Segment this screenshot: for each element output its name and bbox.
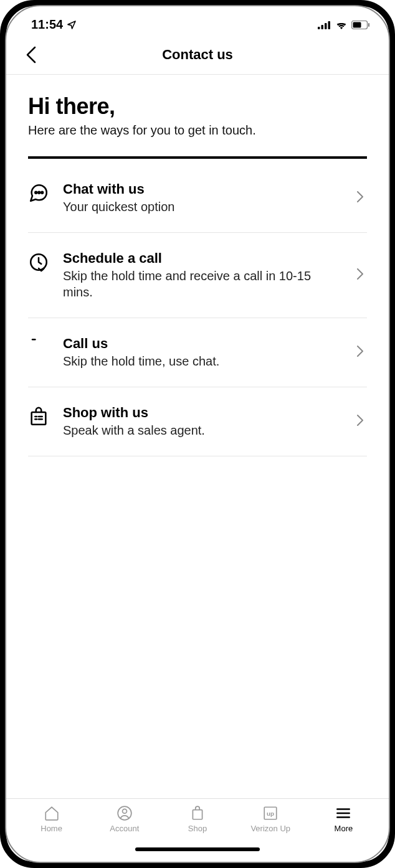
cellular-icon — [318, 21, 331, 29]
divider — [28, 156, 367, 159]
option-chat[interactable]: Chat with us Your quickest option — [28, 164, 367, 233]
tab-label: More — [335, 824, 353, 833]
page-subheading: Here are the ways for you to get in touc… — [28, 123, 367, 138]
page-heading: Hi there, — [28, 93, 367, 120]
back-button[interactable] — [22, 45, 40, 64]
home-indicator[interactable] — [6, 837, 389, 862]
svg-point-8 — [38, 192, 40, 194]
option-schedule-call[interactable]: Schedule a call Skip the hold time and r… — [28, 233, 367, 318]
chevron-right-icon — [357, 191, 363, 202]
tab-bar: Home Account Shop up Verizon Up More — [6, 798, 389, 837]
nav-title: Contact us — [19, 47, 376, 63]
nav-header: Contact us — [6, 37, 389, 75]
svg-point-9 — [41, 192, 43, 194]
chat-icon — [28, 182, 49, 204]
svg-text:up: up — [267, 810, 274, 817]
tab-label: Home — [40, 824, 62, 833]
chevron-right-icon — [357, 268, 363, 280]
svg-rect-6 — [368, 23, 369, 27]
account-icon — [117, 805, 133, 821]
svg-rect-1 — [321, 25, 324, 29]
battery-icon — [351, 21, 370, 29]
svg-point-7 — [35, 192, 37, 194]
wifi-icon — [335, 21, 348, 29]
chevron-right-icon — [357, 415, 363, 426]
option-title: Call us — [63, 336, 343, 352]
tab-label: Account — [110, 824, 139, 833]
svg-rect-11 — [32, 412, 46, 425]
option-shop-with-us[interactable]: Shop with us Speak with a sales agent. — [28, 387, 367, 456]
contact-options: Chat with us Your quickest option Schedu… — [28, 164, 367, 456]
option-desc: Skip the hold time, use chat. — [63, 353, 343, 369]
location-icon — [67, 20, 77, 30]
status-time: 11:54 — [31, 17, 63, 32]
shop-icon — [189, 805, 206, 821]
svg-point-17 — [122, 809, 126, 813]
phone-icon — [28, 337, 49, 358]
verizon-up-icon: up — [262, 805, 278, 821]
option-title: Chat with us — [63, 181, 343, 197]
status-bar: 11:54 — [6, 6, 389, 37]
shopping-bag-icon — [28, 406, 49, 427]
tab-account[interactable]: Account — [88, 805, 161, 833]
home-icon — [44, 805, 60, 821]
tab-home[interactable]: Home — [15, 805, 88, 833]
svg-rect-5 — [353, 22, 361, 27]
option-title: Schedule a call — [63, 250, 343, 267]
menu-icon — [335, 805, 351, 821]
chevron-right-icon — [357, 346, 363, 357]
svg-rect-18 — [193, 810, 202, 819]
svg-rect-0 — [318, 27, 320, 29]
clock-callback-icon — [28, 252, 49, 273]
option-call-us[interactable]: Call us Skip the hold time, use chat. — [28, 318, 367, 387]
chevron-left-icon — [26, 46, 36, 64]
tab-label: Verizon Up — [250, 824, 290, 833]
tab-more[interactable]: More — [307, 805, 380, 833]
option-desc: Your quickest option — [63, 199, 343, 215]
svg-rect-3 — [328, 21, 331, 29]
page-content: Hi there, Here are the ways for you to g… — [6, 75, 389, 798]
tab-label: Shop — [188, 824, 207, 833]
tab-verizon-up[interactable]: up Verizon Up — [234, 805, 307, 833]
tab-shop[interactable]: Shop — [161, 805, 234, 833]
option-desc: Speak with a sales agent. — [63, 422, 343, 438]
option-desc: Skip the hold time and receive a call in… — [63, 268, 343, 300]
option-title: Shop with us — [63, 405, 343, 421]
svg-rect-2 — [325, 23, 327, 29]
